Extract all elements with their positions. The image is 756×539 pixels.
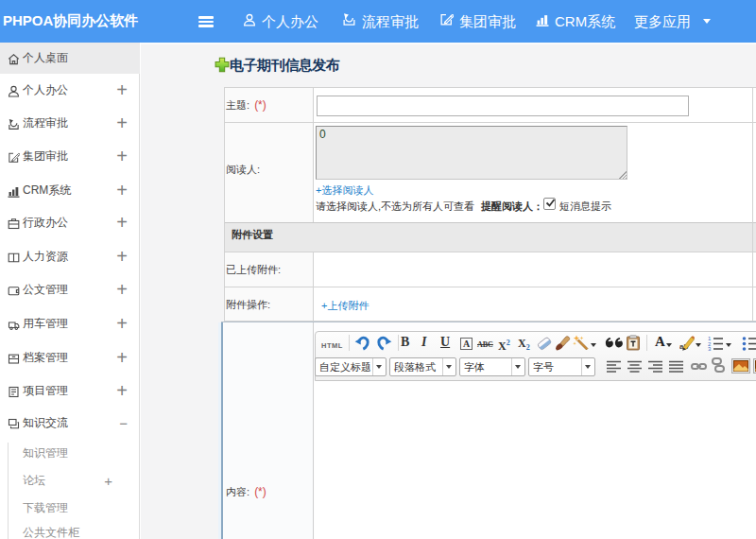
svg-text:3: 3 — [708, 346, 712, 351]
